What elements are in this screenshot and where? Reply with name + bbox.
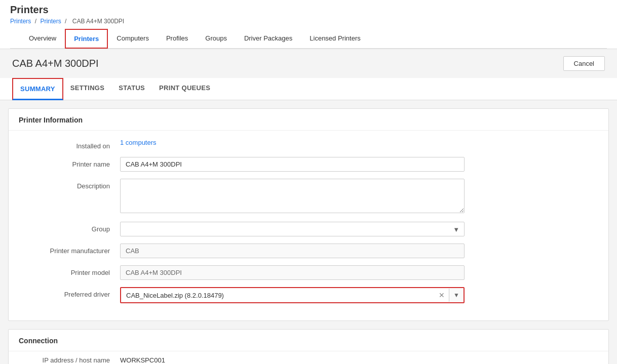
sub-tab-summary[interactable]: SUMMARY	[12, 78, 63, 100]
cancel-button[interactable]: Cancel	[563, 56, 605, 71]
breadcrumb-current: CAB A4+M 300DPI	[72, 18, 124, 25]
tab-groups[interactable]: Groups	[197, 29, 236, 49]
label-group: Group	[19, 222, 120, 233]
section-title-printer-info: Printer Information	[9, 109, 608, 131]
row-group: Group ▼	[19, 222, 598, 236]
description-textarea[interactable]	[120, 179, 465, 213]
row-printer-name: Printer name	[19, 157, 598, 172]
breadcrumb-printers-2[interactable]: Printers	[40, 18, 61, 25]
preferred-driver-clear-button[interactable]: ✕	[435, 288, 449, 302]
breadcrumb-printers-1[interactable]: Printers	[10, 18, 31, 25]
tab-licensed-printers[interactable]: Licensed Printers	[301, 29, 369, 49]
row-printer-model: Printer model	[19, 265, 598, 280]
label-description: Description	[19, 179, 120, 190]
breadcrumb-sep-2: /	[65, 18, 66, 25]
printer-information-section: Printer Information Installed on 1 compu…	[8, 108, 609, 321]
tab-driver-packages[interactable]: Driver Packages	[236, 29, 301, 49]
row-preferred-driver: Preferred driver ✕ ▼	[19, 287, 598, 303]
tab-profiles[interactable]: Profiles	[158, 29, 197, 49]
sub-tab-print-queues[interactable]: PRINT QUEUES	[152, 78, 217, 100]
row-installed-on: Installed on 1 computers	[19, 139, 598, 150]
row-printer-manufacturer: Printer manufacturer	[19, 244, 598, 258]
preferred-driver-wrap: ✕ ▼	[120, 287, 465, 303]
page-title-bar: CAB A4+M 300DPI Cancel	[0, 49, 617, 78]
page-title: CAB A4+M 300DPI	[12, 58, 99, 69]
label-printer-manufacturer: Printer manufacturer	[19, 244, 120, 255]
installed-on-value-wrap: 1 computers	[120, 139, 465, 146]
printer-name-input[interactable]	[120, 157, 465, 172]
label-printer-model: Printer model	[19, 265, 120, 276]
tab-computers[interactable]: Computers	[108, 29, 158, 49]
description-wrap	[120, 179, 465, 215]
printer-model-wrap	[120, 265, 465, 280]
tab-overview[interactable]: Overview	[20, 29, 65, 49]
installed-on-link[interactable]: 1 computers	[120, 139, 157, 146]
group-select[interactable]	[120, 222, 465, 236]
connection-section: Connection IP address / host name WORKSP…	[8, 329, 609, 364]
printer-manufacturer-input	[120, 244, 465, 258]
section-title-connection: Connection	[9, 330, 608, 351]
nav-tabs: Overview Printers Computers Profiles Gro…	[10, 29, 607, 49]
sub-tabs: SUMMARY SETTINGS STATUS PRINT QUEUES	[0, 78, 617, 100]
label-printer-name: Printer name	[19, 157, 120, 168]
label-installed-on: Installed on	[19, 139, 120, 150]
sub-tab-status[interactable]: STATUS	[111, 78, 152, 100]
breadcrumb: Printers / Printers / CAB A4+M 300DPI	[10, 18, 607, 29]
printer-manufacturer-wrap	[120, 244, 465, 258]
breadcrumb-sep-1: /	[35, 18, 36, 25]
tab-printers[interactable]: Printers	[65, 29, 108, 49]
row-ip-address: IP address / host name WORKSPC001	[9, 351, 608, 364]
page-content: CAB A4+M 300DPI Cancel SUMMARY SETTINGS …	[0, 49, 617, 364]
group-wrap: ▼	[120, 222, 465, 236]
label-ip-address: IP address / host name	[19, 356, 120, 364]
row-description: Description	[19, 179, 598, 215]
section-body-printer-info: Installed on 1 computers Printer name De…	[9, 131, 608, 320]
printer-name-wrap	[120, 157, 465, 172]
preferred-driver-field: ✕ ▼	[120, 287, 465, 303]
group-select-wrap: ▼	[120, 222, 465, 236]
preferred-driver-input[interactable]	[121, 289, 435, 302]
printer-model-input	[120, 265, 465, 280]
label-preferred-driver: Preferred driver	[19, 287, 120, 298]
sub-tab-settings[interactable]: SETTINGS	[63, 78, 111, 100]
app-title: Printers	[10, 4, 607, 18]
ip-address-value: WORKSPC001	[120, 356, 165, 364]
preferred-driver-dropdown-icon[interactable]: ▼	[449, 289, 464, 302]
